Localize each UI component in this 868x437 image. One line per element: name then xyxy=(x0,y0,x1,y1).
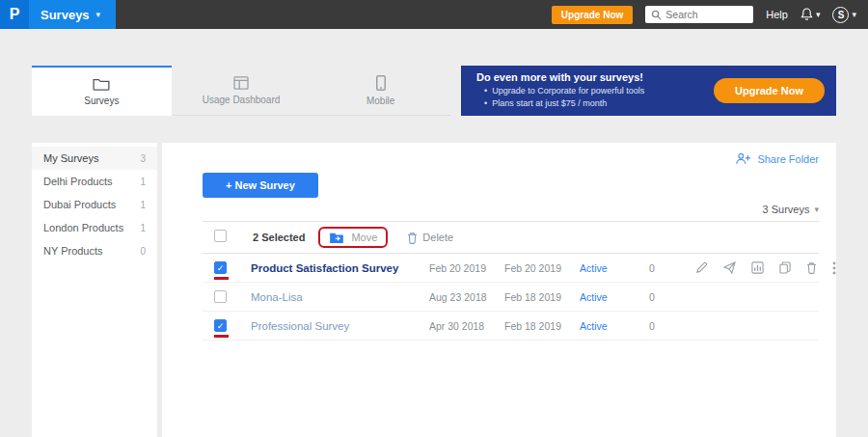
tab-usage-dashboard[interactable]: Usage Dashboard xyxy=(172,66,312,116)
send-icon[interactable] xyxy=(723,261,736,274)
move-folder-icon xyxy=(329,232,344,243)
table-row: Mona-Lisa Aug 23 2018 Feb 18 2019 Active… xyxy=(203,283,819,312)
tab-surveys[interactable]: Surveys xyxy=(32,66,172,116)
account-menu[interactable]: S ▾ xyxy=(832,7,856,23)
survey-name-link[interactable]: Product Satisfaction Survey xyxy=(251,262,429,274)
created-date: Aug 23 2018 xyxy=(429,291,504,303)
table-row: Product Satisfaction Survey Feb 20 2019 … xyxy=(203,254,819,283)
selected-count-label: 2 Selected xyxy=(253,232,305,243)
created-date: Feb 20 2019 xyxy=(429,262,504,274)
sidebar-item-label: NY Products xyxy=(43,245,103,257)
tab-label: Usage Dashboard xyxy=(203,95,281,105)
table-row: Professional Survey Apr 30 2018 Feb 18 2… xyxy=(203,312,819,341)
tab-label: Mobile xyxy=(366,96,394,106)
sidebar-item-label: My Surveys xyxy=(43,152,98,164)
row-checkbox[interactable] xyxy=(214,319,227,332)
promo-bullet: Upgrade to Corporate for powerful tools xyxy=(484,85,644,97)
copy-icon[interactable] xyxy=(779,261,791,274)
sidebar-item-count: 0 xyxy=(140,246,146,257)
edit-icon[interactable] xyxy=(695,261,708,274)
promo-upgrade-button[interactable]: Upgrade Now xyxy=(714,78,825,103)
tab-mobile[interactable]: Mobile xyxy=(311,66,450,116)
sidebar-item-count: 1 xyxy=(140,200,146,210)
app-logo[interactable]: P xyxy=(0,0,29,29)
annotation-underline xyxy=(214,335,229,338)
modified-date: Feb 18 2019 xyxy=(504,320,580,332)
responses-count: 0 xyxy=(649,320,695,332)
created-date: Apr 30 2018 xyxy=(429,320,504,332)
new-survey-button[interactable]: + New Survey xyxy=(203,173,318,198)
status-label: Active xyxy=(580,291,649,303)
surveys-panel: Share Folder + New Survey 3 Surveys ▾ 2 … xyxy=(162,143,836,437)
new-survey-row: + New Survey xyxy=(203,173,819,198)
chevron-down-icon: ▾ xyxy=(814,205,819,214)
mobile-icon xyxy=(376,75,386,91)
responses-count: 0 xyxy=(649,262,695,274)
delete-button-label: Delete xyxy=(422,232,453,243)
row-checkbox-cell xyxy=(214,283,251,311)
promo-bullet: Plans start at just $75 / month xyxy=(484,97,644,110)
move-button[interactable]: Move xyxy=(318,227,388,248)
modified-date: Feb 18 2019 xyxy=(504,291,580,303)
status-label: Active xyxy=(580,320,649,332)
sidebar-item-label: Delhi Products xyxy=(43,176,113,187)
brand: P Surveys ▾ xyxy=(0,0,116,29)
delete-button[interactable]: Delete xyxy=(407,232,453,244)
sidebar-item-label: Dubai Products xyxy=(43,199,116,210)
tab-label: Surveys xyxy=(84,96,119,106)
top-row: Surveys Usage Dashboard Mobile Do even m… xyxy=(32,66,836,116)
folder-icon xyxy=(93,77,110,91)
promo-text: Do even more with your surveys! Upgrade … xyxy=(476,71,644,110)
sidebar-item-delhi-products[interactable]: Delhi Products 1 xyxy=(32,170,157,193)
help-link[interactable]: Help xyxy=(766,9,788,20)
sidebar-item-label: London Products xyxy=(43,222,123,233)
select-all-cell xyxy=(214,222,251,253)
row-checkbox-cell xyxy=(214,254,251,282)
search-icon xyxy=(651,10,662,20)
surveys-table: 2 Selected Move Delete xyxy=(203,221,819,341)
row-checkbox[interactable] xyxy=(214,261,227,274)
share-folder-label: Share Folder xyxy=(757,153,819,165)
dashboard-icon xyxy=(233,76,249,90)
sidebar-item-my-surveys[interactable]: My Surveys 3 xyxy=(32,147,157,170)
select-all-checkbox[interactable] xyxy=(214,230,227,242)
page: Surveys Usage Dashboard Mobile Do even m… xyxy=(0,29,868,437)
more-options-icon[interactable] xyxy=(832,261,836,275)
topbar-right: Upgrade Now Help ▾ S ▾ xyxy=(552,6,868,24)
move-button-label: Move xyxy=(351,232,377,243)
folders-sidebar: My Surveys 3 Delhi Products 1 Dubai Prod… xyxy=(32,143,157,437)
sidebar-item-dubai-products[interactable]: Dubai Products 1 xyxy=(32,193,157,216)
trash-icon[interactable] xyxy=(806,261,817,274)
content-row: My Surveys 3 Delhi Products 1 Dubai Prod… xyxy=(32,143,836,437)
surveys-menu-label: Surveys xyxy=(41,8,90,22)
sidebar-item-count: 1 xyxy=(140,223,146,233)
share-folder-icon xyxy=(735,152,751,165)
promo-title: Do even more with your surveys! xyxy=(476,71,644,83)
status-label: Active xyxy=(580,262,649,274)
survey-name-link[interactable]: Mona-Lisa xyxy=(251,291,429,303)
upgrade-now-button[interactable]: Upgrade Now xyxy=(552,6,633,24)
survey-name-link[interactable]: Professional Survey xyxy=(251,320,429,332)
responses-count: 0 xyxy=(649,291,695,303)
chevron-down-icon: ▾ xyxy=(816,10,821,19)
notifications-button[interactable]: ▾ xyxy=(800,8,821,21)
annotation-underline xyxy=(214,277,229,280)
topbar: P Surveys ▾ Upgrade Now Help ▾ S ▾ xyxy=(0,0,868,29)
row-checkbox-cell xyxy=(214,312,251,340)
surveys-app-menu[interactable]: Surveys ▾ xyxy=(29,0,116,29)
search-input[interactable] xyxy=(665,9,747,20)
row-checkbox[interactable] xyxy=(214,290,227,303)
sidebar-item-count: 3 xyxy=(140,153,146,164)
sidebar-item-ny-products[interactable]: NY Products 0 xyxy=(32,239,157,262)
sidebar-item-london-products[interactable]: London Products 1 xyxy=(32,216,157,239)
surveys-count-dropdown[interactable]: 3 Surveys ▾ xyxy=(203,204,819,215)
search-box[interactable] xyxy=(645,6,753,23)
modified-date: Feb 20 2019 xyxy=(504,262,580,274)
analytics-icon[interactable] xyxy=(751,261,764,274)
chevron-down-icon: ▾ xyxy=(96,10,101,19)
tab-bar: Surveys Usage Dashboard Mobile xyxy=(32,66,450,116)
sidebar-item-count: 1 xyxy=(140,177,146,187)
promo-banner: Do even more with your surveys! Upgrade … xyxy=(461,66,836,116)
selection-bar: 2 Selected Move Delete xyxy=(203,221,819,254)
share-folder-link[interactable]: Share Folder xyxy=(203,152,819,165)
